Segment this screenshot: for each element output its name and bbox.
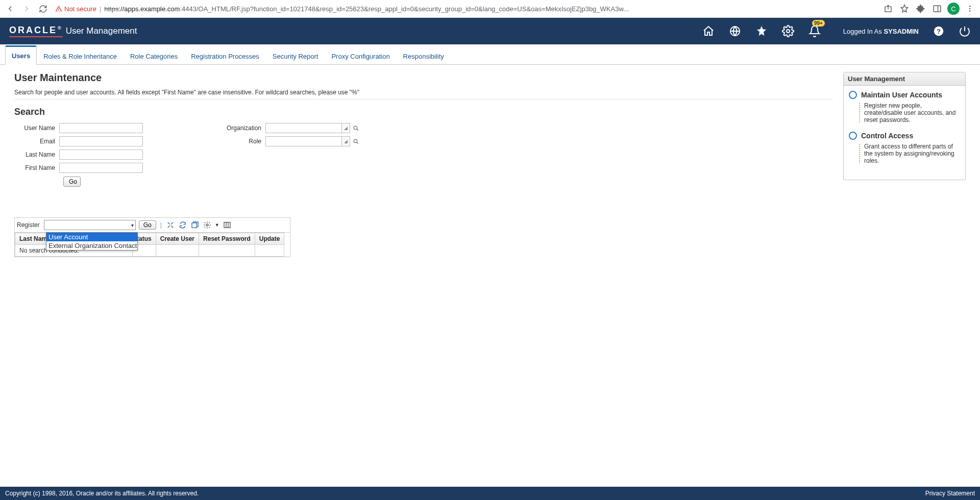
- register-label: Register: [17, 221, 40, 229]
- app-header: ORACLE® User Management 99+ Logged In As…: [0, 18, 980, 44]
- role-lov-search-icon[interactable]: [351, 137, 360, 146]
- help-icon[interactable]: ?: [933, 26, 944, 37]
- first-name-input[interactable]: [59, 163, 143, 173]
- extensions-icon[interactable]: [915, 3, 927, 15]
- first-name-label: First Name: [14, 164, 59, 171]
- register-dropdown: User Account External Organization Conta…: [46, 232, 138, 251]
- logged-in-text: Logged In As SYSADMIN: [843, 28, 919, 35]
- tab-security-report[interactable]: Security Report: [266, 47, 325, 65]
- register-select[interactable]: [44, 220, 136, 230]
- svg-text:?: ?: [937, 28, 941, 35]
- url-text: https://apps.example.com:4443/OA_HTML/RF…: [104, 5, 876, 13]
- logout-icon[interactable]: [959, 25, 971, 37]
- page-title: User Maintenance: [14, 72, 833, 84]
- user-name-label: User Name: [14, 124, 59, 132]
- columns-icon[interactable]: [223, 220, 232, 230]
- tab-registration-processes[interactable]: Registration Processes: [184, 47, 266, 65]
- step-bullet-icon: [849, 91, 857, 99]
- step-maintain-accounts[interactable]: Maintain User Accounts: [849, 91, 960, 99]
- forward-button[interactable]: [20, 3, 33, 15]
- last-name-label: Last Name: [14, 151, 59, 158]
- step-control-desc: Grant access to different parts of the s…: [861, 143, 960, 164]
- sidepanel-icon[interactable]: [931, 3, 943, 15]
- search-form: User Name Email Last Name First Name Go: [14, 122, 833, 187]
- organization-input[interactable]: [265, 123, 342, 133]
- svg-point-12: [206, 224, 208, 226]
- organization-lov-arrow[interactable]: ◢: [342, 123, 350, 133]
- address-bar[interactable]: Not secure | https://apps.example.com:44…: [53, 2, 878, 16]
- oracle-logo: ORACLE®: [9, 25, 63, 37]
- user-name-input[interactable]: [59, 123, 143, 133]
- tab-users[interactable]: Users: [5, 45, 37, 65]
- svg-point-3: [969, 8, 971, 10]
- role-input[interactable]: [265, 136, 342, 146]
- detach-icon[interactable]: [166, 220, 175, 230]
- tab-responsibility[interactable]: Responsibility: [397, 47, 451, 65]
- step-bullet-icon: [849, 132, 857, 140]
- side-panel: User Management Maintain User Accounts R…: [843, 72, 966, 180]
- svg-rect-13: [224, 222, 230, 228]
- not-secure-label: Not secure: [64, 5, 96, 13]
- not-secure-badge: Not secure: [55, 5, 96, 13]
- favorites-icon[interactable]: [755, 25, 768, 37]
- table-toolbar: Register ▾ Go | ▼: [15, 218, 290, 233]
- share-icon[interactable]: [882, 3, 894, 15]
- back-button[interactable]: [4, 3, 16, 15]
- tab-role-categories[interactable]: Role Categories: [124, 47, 184, 65]
- step-maintain-desc: Register new people, create/disable user…: [861, 102, 960, 123]
- export-icon[interactable]: [190, 220, 200, 230]
- svg-point-9: [354, 126, 357, 130]
- toolbar-separator: |: [160, 221, 162, 229]
- side-panel-title: User Management: [844, 72, 965, 86]
- reload-button[interactable]: [37, 3, 49, 15]
- step-control-access[interactable]: Control Access: [849, 132, 960, 140]
- settings-icon[interactable]: [782, 25, 794, 37]
- svg-rect-0: [934, 6, 941, 12]
- notifications-icon[interactable]: 99+: [808, 25, 821, 37]
- search-section-title: Search: [14, 107, 833, 117]
- chrome-menu-icon[interactable]: [964, 3, 976, 15]
- settings-caret-icon[interactable]: ▼: [215, 222, 219, 228]
- email-input[interactable]: [59, 136, 143, 146]
- page-help-text: Search for people and user accounts. All…: [14, 89, 833, 99]
- col-reset-password[interactable]: Reset Password: [199, 233, 255, 245]
- settings-dropdown-icon[interactable]: [203, 220, 212, 230]
- notifications-badge: 99+: [812, 20, 825, 27]
- home-icon[interactable]: [702, 25, 715, 37]
- navigator-icon[interactable]: [729, 25, 741, 37]
- search-go-button[interactable]: Go: [63, 177, 81, 187]
- results-table-section: Register ▾ Go | ▼: [14, 217, 290, 257]
- organization-lov-search-icon[interactable]: [351, 123, 360, 133]
- dropdown-option-external-org[interactable]: External Organization Contact: [46, 241, 137, 250]
- svg-rect-11: [192, 223, 197, 228]
- tab-bar: Users Roles & Role Inheritance Role Cate…: [0, 44, 980, 65]
- email-label: Email: [14, 138, 59, 145]
- profile-avatar[interactable]: C: [947, 3, 960, 15]
- col-update[interactable]: Update: [255, 233, 284, 245]
- bookmark-star-icon[interactable]: [898, 3, 911, 15]
- col-create-user[interactable]: Create User: [156, 233, 199, 245]
- svg-point-2: [969, 6, 971, 7]
- svg-point-6: [787, 30, 790, 33]
- register-go-button[interactable]: Go: [139, 220, 156, 230]
- role-lov-arrow[interactable]: ◢: [342, 136, 350, 146]
- dropdown-option-user-account[interactable]: User Account: [46, 233, 137, 241]
- refresh-icon[interactable]: [178, 220, 187, 230]
- tab-roles[interactable]: Roles & Role Inheritance: [37, 47, 124, 65]
- app-title: User Management: [66, 26, 137, 36]
- svg-point-10: [354, 139, 357, 143]
- role-label: Role: [204, 138, 265, 145]
- last-name-input[interactable]: [59, 149, 143, 160]
- svg-point-4: [969, 10, 971, 12]
- tab-proxy-configuration[interactable]: Proxy Configuration: [325, 47, 396, 65]
- browser-chrome: Not secure | https://apps.example.com:44…: [0, 0, 980, 18]
- organization-label: Organization: [204, 124, 265, 132]
